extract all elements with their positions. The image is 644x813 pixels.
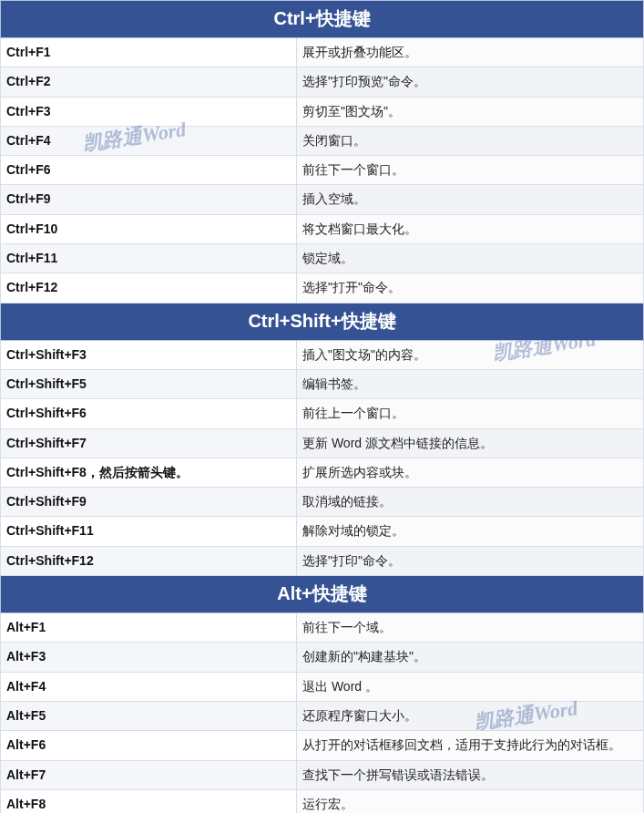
shortcut-description: 剪切至"图文场"。	[297, 97, 644, 126]
shortcut-description: 选择"打开"命令。	[297, 273, 644, 303]
shortcut-document: { "watermark": "凯路通Word", "branding": { …	[0, 0, 644, 813]
shortcut-key: Ctrl+F1	[1, 38, 297, 67]
shortcut-key: Ctrl+F4	[1, 126, 297, 155]
shortcut-key: Alt+F1	[1, 613, 297, 643]
table-row: Ctrl+Shift+F3插入"图文场"的内容。	[1, 340, 644, 369]
table-row: Ctrl+F6前往下一个窗口。	[1, 156, 644, 185]
table-row: Alt+F8运行宏。	[1, 789, 644, 813]
table-row: Ctrl+F1展开或折叠功能区。	[1, 38, 644, 67]
shortcut-key: Ctrl+F11	[1, 244, 297, 273]
table-row: Ctrl+F2选择"打印预览"命令。	[1, 67, 644, 97]
table-row: Alt+F6从打开的对话框移回文档，适用于支持此行为的对话框。	[1, 731, 644, 760]
shortcut-key: Ctrl+Shift+F12	[1, 546, 297, 575]
shortcut-description: 编辑书签。	[297, 369, 644, 398]
shortcut-description: 锁定域。	[297, 244, 644, 273]
shortcut-key: Ctrl+Shift+F6	[1, 399, 297, 428]
table-row: Ctrl+Shift+F8，然后按箭头键。扩展所选内容或块。	[1, 458, 644, 487]
shortcut-description: 关闭窗口。	[297, 126, 644, 155]
shortcut-key: Alt+F8	[1, 789, 297, 813]
shortcut-description: 运行宏。	[297, 789, 644, 813]
table-row: Alt+F7查找下一个拼写错误或语法错误。	[1, 760, 644, 789]
table-row: Alt+F4退出 Word 。	[1, 672, 644, 701]
shortcut-table: Ctrl+快捷键Ctrl+F1展开或折叠功能区。Ctrl+F2选择"打印预览"命…	[0, 0, 644, 813]
table-row: Alt+F5还原程序窗口大小。	[1, 701, 644, 730]
table-row: Ctrl+Shift+F12选择"打印"命令。	[1, 546, 644, 575]
shortcut-description: 插入"图文场"的内容。	[297, 340, 644, 369]
shortcut-key: Ctrl+F6	[1, 156, 297, 185]
shortcut-description: 查找下一个拼写错误或语法错误。	[297, 760, 644, 789]
section-header: Alt+快捷键	[1, 576, 644, 613]
shortcut-key: Ctrl+Shift+F9	[1, 488, 297, 517]
shortcut-description: 退出 Word 。	[297, 672, 644, 701]
shortcut-description: 前往上一个窗口。	[297, 399, 644, 428]
shortcut-key: Ctrl+F12	[1, 273, 297, 303]
shortcut-description: 选择"打印"命令。	[297, 546, 644, 575]
shortcut-key: Ctrl+F9	[1, 185, 297, 214]
table-row: Ctrl+F11锁定域。	[1, 244, 644, 273]
shortcut-description: 创建新的"构建基块"。	[297, 643, 644, 672]
table-row: Alt+F3创建新的"构建基块"。	[1, 643, 644, 672]
shortcut-description: 插入空域。	[297, 185, 644, 214]
table-row: Ctrl+Shift+F11解除对域的锁定。	[1, 517, 644, 546]
shortcut-key: Alt+F3	[1, 643, 297, 672]
shortcut-key: Ctrl+Shift+F3	[1, 340, 297, 369]
shortcut-description: 将文档窗口最大化。	[297, 214, 644, 243]
shortcut-description: 更新 Word 源文档中链接的信息。	[297, 428, 644, 458]
shortcut-key: Alt+F5	[1, 701, 297, 730]
table-row: Ctrl+F3剪切至"图文场"。	[1, 97, 644, 126]
table-row: Ctrl+Shift+F9取消域的链接。	[1, 488, 644, 517]
shortcut-description: 解除对域的锁定。	[297, 517, 644, 546]
section-header: Ctrl+快捷键	[1, 1, 644, 38]
shortcut-key: Alt+F4	[1, 672, 297, 701]
shortcut-description: 前往下一个域。	[297, 613, 644, 643]
shortcut-description: 前往下一个窗口。	[297, 156, 644, 185]
shortcut-description: 选择"打印预览"命令。	[297, 67, 644, 97]
table-row: Ctrl+Shift+F5编辑书签。	[1, 369, 644, 398]
shortcut-description: 扩展所选内容或块。	[297, 458, 644, 487]
shortcut-key: Ctrl+F3	[1, 97, 297, 126]
table-row: Ctrl+F4关闭窗口。	[1, 126, 644, 155]
section-header: Ctrl+Shift+快捷键	[1, 303, 644, 340]
table-row: Ctrl+F10将文档窗口最大化。	[1, 214, 644, 243]
shortcut-key: Ctrl+Shift+F5	[1, 369, 297, 398]
shortcut-key: Ctrl+Shift+F11	[1, 517, 297, 546]
shortcut-description: 展开或折叠功能区。	[297, 38, 644, 67]
table-row: Ctrl+Shift+F7更新 Word 源文档中链接的信息。	[1, 428, 644, 458]
shortcut-key: Alt+F7	[1, 760, 297, 789]
shortcut-key: Alt+F6	[1, 731, 297, 760]
shortcut-description: 取消域的链接。	[297, 488, 644, 517]
shortcut-key: Ctrl+F2	[1, 67, 297, 97]
shortcut-description: 从打开的对话框移回文档，适用于支持此行为的对话框。	[297, 731, 644, 760]
table-row: Ctrl+Shift+F6前往上一个窗口。	[1, 399, 644, 428]
table-row: Alt+F1前往下一个域。	[1, 613, 644, 643]
table-row: Ctrl+F9插入空域。	[1, 185, 644, 214]
shortcut-key: Ctrl+F10	[1, 214, 297, 243]
shortcut-key: Ctrl+Shift+F7	[1, 428, 297, 458]
shortcut-key: Ctrl+Shift+F8，然后按箭头键。	[1, 458, 297, 487]
table-row: Ctrl+F12选择"打开"命令。	[1, 273, 644, 303]
shortcut-description: 还原程序窗口大小。	[297, 701, 644, 730]
